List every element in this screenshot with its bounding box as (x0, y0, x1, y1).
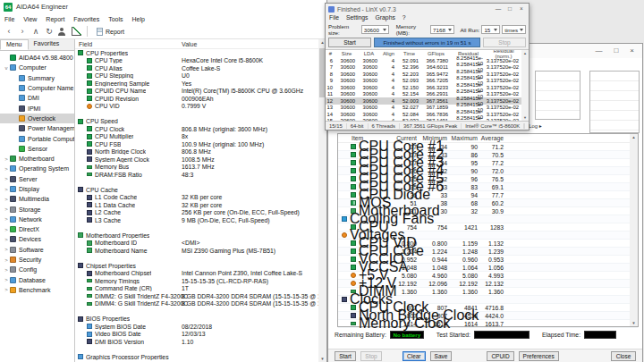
scroll-down-icon[interactable]: ▼ (320, 357, 324, 361)
field-row[interactable]: CPU FSB100.9 MHz (original: 100 MHz) (75, 140, 318, 148)
section-row[interactable]: Chipset Properties (75, 262, 318, 270)
field-row[interactable]: CPU Clock806.8 MHz (original: 3600 MHz) (75, 125, 318, 133)
expander-icon[interactable]: > (3, 216, 10, 222)
tree-item-multimedia[interactable]: >Multimedia (0, 194, 74, 204)
field-row[interactable]: Memory Bus1613.7 MHz (75, 164, 318, 172)
statistics-scrollbar[interactable]: ▲▼ (630, 134, 638, 326)
minimize-icon[interactable]: — (494, 6, 503, 13)
expander-icon[interactable]: > (3, 277, 10, 282)
tree-item-database[interactable]: >Database (0, 275, 74, 285)
tree-item-motherboard[interactable]: >Motherboard (0, 154, 74, 164)
menu-file[interactable]: File (0, 16, 19, 22)
tree-item-devices[interactable]: >Devices (0, 234, 74, 244)
expander-icon[interactable]: > (3, 156, 10, 162)
tree-item-sensor[interactable]: Sensor (0, 144, 74, 154)
column-header-lda[interactable]: LDA (358, 51, 380, 56)
field-row[interactable]: Motherboard ID<DMI> (75, 240, 318, 248)
field-row[interactable]: L1 Code Cache32 KB per core (75, 194, 318, 202)
field-row[interactable]: CPU SteppingU0 (75, 72, 318, 80)
forward-icon[interactable]: › (16, 26, 29, 38)
column-header-align[interactable]: Align (380, 51, 397, 56)
scroll-up-icon[interactable]: ▲ (523, 51, 527, 55)
scroll-down-icon[interactable]: ▼ (631, 321, 635, 325)
section-row[interactable]: CPU Properties (75, 49, 318, 57)
expander-icon[interactable]: > (3, 257, 10, 263)
refresh-icon[interactable]: ↻ (43, 26, 55, 38)
expander-icon[interactable]: > (3, 247, 10, 252)
column-header-size[interactable]: Size (335, 51, 358, 56)
linx-titlebar[interactable]: Finished - LinX v0.7.3 — □ × (326, 4, 529, 14)
result-row[interactable]: 63060030600452.091366.73808.258415e-103.… (326, 57, 529, 64)
start-button[interactable]: Start (328, 38, 371, 47)
close-button[interactable]: Close (611, 351, 636, 361)
sensor-row[interactable]: Memory Clock1614161416141613.7 (338, 320, 638, 328)
tree-item-config[interactable]: >Config (0, 265, 74, 274)
field-row[interactable]: Video BIOS Date12/03/13 (75, 331, 318, 339)
start-button[interactable]: Start (335, 351, 356, 361)
field-row[interactable]: Motherboard NameMSI Z390 Gaming Plus (MS… (75, 247, 318, 255)
stop-button[interactable]: Stop (483, 38, 526, 47)
menu-favorites[interactable]: Favorites (69, 16, 104, 22)
memory-select[interactable]: 7168 (430, 25, 454, 34)
expander-icon[interactable]: > (3, 197, 10, 202)
tab-menu[interactable]: Menu (0, 39, 29, 50)
field-row[interactable]: L1 Data Cache32 KB per core (75, 201, 318, 209)
problem-size-select[interactable]: 30600 (361, 25, 389, 34)
results-scrollbar[interactable]: ▲▼ (521, 50, 529, 121)
back-icon[interactable]: ‹ (3, 26, 15, 38)
tab-favorites[interactable]: Favorites (29, 39, 65, 50)
section-row[interactable]: CPU Cache (75, 186, 318, 194)
field-row[interactable]: Motherboard ChipsetIntel Cannon Point Z3… (75, 270, 318, 278)
column-header-time[interactable]: Time (397, 51, 421, 56)
field-row[interactable]: System BIOS Date08/22/2018 (75, 323, 318, 331)
tree-item-operating-system[interactable]: >Operating System (0, 164, 74, 173)
value-column-header[interactable]: Value (182, 41, 197, 47)
tree-item-security[interactable]: >Security (0, 255, 74, 265)
result-row[interactable]: 93060030600452.093366.72058.258415e-103.… (326, 78, 529, 85)
column-header-average[interactable]: Average (478, 135, 504, 141)
menu-view[interactable]: View (19, 16, 41, 22)
run-unit-select[interactable]: times (502, 25, 526, 34)
field-row[interactable]: CPU Multiplier8x (75, 133, 318, 141)
stop-button[interactable]: Stop (360, 351, 382, 361)
tree-item-computer-name[interactable]: Computer Name (0, 83, 74, 93)
field-row[interactable]: North Bridge Clock806.8 MHz (75, 148, 318, 156)
expander-icon[interactable]: > (3, 267, 10, 273)
report-button[interactable]: Report (92, 27, 129, 37)
maximize-icon[interactable]: □ (505, 6, 514, 13)
column-header-gflops[interactable]: GFlops (421, 51, 451, 56)
field-row[interactable]: CPU AliasCoffee Lake-S (75, 64, 318, 72)
tree-item-summary[interactable]: Summary (0, 73, 74, 83)
linx-menu-graphs[interactable]: Graphs (372, 14, 399, 23)
expander-icon[interactable]: > (3, 166, 10, 172)
tree-item-storage[interactable]: >Storage (0, 204, 74, 214)
field-row[interactable]: Memory Timings15-15-15-35 (CL-RCD-RP-RAS… (75, 277, 318, 285)
field-row[interactable]: DIMM2: G Skill TridentZ F4-3200C15-...8 … (75, 292, 318, 300)
field-row[interactable]: System Agent Clock1008.5 MHz (75, 156, 318, 164)
tree-item-computer[interactable]: vComputer (0, 63, 74, 72)
field-row[interactable]: DMI BIOS Version1.10 (75, 338, 318, 346)
cpuid-button[interactable]: CPUID (487, 351, 513, 361)
field-row[interactable]: Engineering SampleYes (75, 80, 318, 88)
field-row[interactable]: CPU VID0.7999 V (75, 103, 318, 111)
result-row[interactable]: 83060030600452.203365.94728.258415e-103.… (326, 71, 529, 78)
close-icon[interactable]: × (630, 47, 634, 55)
section-row[interactable]: CPU Speed (75, 118, 318, 126)
save-button[interactable]: Save (430, 351, 453, 361)
section-row[interactable]: BIOS Properties (75, 316, 318, 324)
tree-item-portable-computer[interactable]: Portable Computer (0, 133, 74, 143)
maximize-icon[interactable]: □ (614, 47, 618, 55)
expander-icon[interactable]: > (3, 227, 10, 232)
result-row[interactable]: 133060030600452.027367.18598.258415e-103… (326, 105, 529, 112)
menu-tools[interactable]: Tools (104, 16, 127, 22)
result-row[interactable]: 143060030600452.084366.78368.258415e-103… (326, 111, 529, 118)
expander-icon[interactable]: > (3, 187, 10, 192)
section-row[interactable]: Motherboard Properties (75, 232, 318, 240)
field-row[interactable]: CPUID CPU NameIntel(R) Core(TM) i5-8600K… (75, 88, 318, 96)
preferences-button[interactable]: Preferences (519, 351, 559, 361)
tree-item-network[interactable]: >Network (0, 215, 74, 224)
up-icon[interactable]: ∧ (30, 26, 42, 38)
tree-item-overclock[interactable]: Overclock (0, 114, 74, 123)
linx-menu-[interactable]: ? (399, 14, 410, 23)
column-header-[interactable]: # (326, 51, 335, 56)
